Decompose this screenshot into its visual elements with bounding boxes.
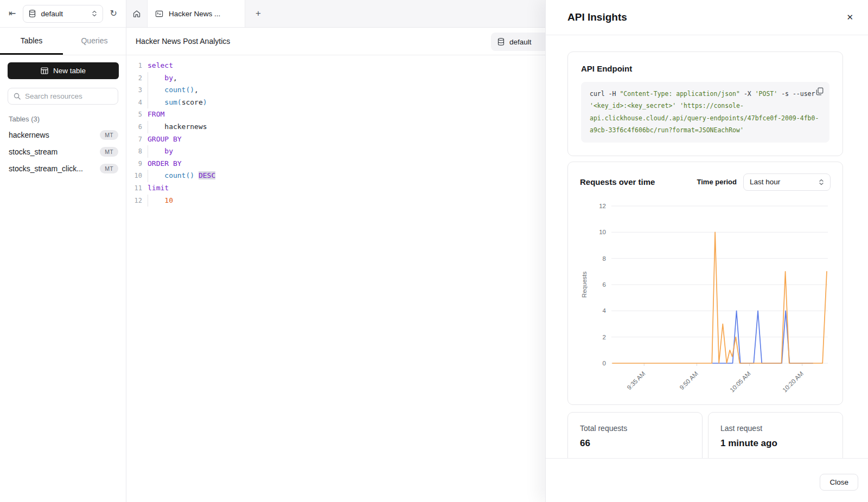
table-row-stocks-stream[interactable]: stocks_stream MT <box>9 143 118 160</box>
chart-title: Requests over time <box>580 177 655 186</box>
search-input[interactable] <box>25 92 121 100</box>
chart-card-header: Requests over time Time period Last hour <box>580 173 831 191</box>
time-period-value: Last hour <box>750 178 814 186</box>
svg-text:10:20 AM: 10:20 AM <box>781 370 805 394</box>
last-request-card: Last request 1 minute ago <box>708 412 843 458</box>
table-grid-icon <box>41 67 48 74</box>
close-panel-button[interactable]: ✕ <box>846 12 853 22</box>
table-name: stocks_stream <box>9 147 58 156</box>
panel-header: API Insights ✕ <box>546 0 868 35</box>
close-icon: ✕ <box>846 12 853 22</box>
svg-text:9:50 AM: 9:50 AM <box>678 370 699 391</box>
new-table-button[interactable]: New table <box>8 62 119 79</box>
table-engine-badge: MT <box>100 147 118 157</box>
stats-row: Total requests 66 Last request 1 minute … <box>567 412 843 458</box>
refresh-button[interactable]: ↻ <box>110 9 117 18</box>
database-selector-value: default <box>41 10 86 18</box>
chevron-updown-icon <box>92 10 97 17</box>
time-period-select[interactable]: Last hour <box>743 173 831 191</box>
time-period-label: Time period <box>697 178 737 186</box>
sidebar-tabs: Tables Queries <box>0 28 126 55</box>
tables-section-label: Tables (3) <box>9 115 117 123</box>
table-row-hackernews[interactable]: hackernews MT <box>9 126 118 143</box>
svg-text:9:35 AM: 9:35 AM <box>626 370 646 391</box>
requests-chart-card: Requests over time Time period Last hour… <box>567 162 843 405</box>
svg-text:Requests: Requests <box>581 271 588 298</box>
home-button[interactable] <box>126 0 147 27</box>
new-table-label: New table <box>53 67 86 75</box>
table-name: stocks_stream_click... <box>9 164 83 173</box>
svg-text:6: 6 <box>603 281 606 288</box>
total-requests-label: Total requests <box>580 424 690 433</box>
copy-button[interactable] <box>816 87 824 95</box>
plus-icon: + <box>256 8 261 19</box>
tab-queries[interactable]: Queries <box>63 28 126 55</box>
requests-over-time-chart: 0246810129:35 AM9:50 AM10:05 AM10:20 AMR… <box>580 194 831 401</box>
copy-icon <box>816 87 824 95</box>
svg-text:10:05 AM: 10:05 AM <box>729 370 752 394</box>
table-row-stocks-stream-click[interactable]: stocks_stream_click... MT <box>9 160 118 177</box>
svg-text:12: 12 <box>599 203 606 209</box>
close-button[interactable]: Close <box>820 474 858 491</box>
curl-command-block: curl -H "Content-Type: application/json"… <box>581 82 829 143</box>
database-selector[interactable]: default <box>23 5 103 23</box>
database-icon <box>497 38 505 46</box>
svg-text:4: 4 <box>603 307 607 314</box>
query-title: Hacker News Post Analytics <box>136 37 230 46</box>
last-request-value: 1 minute ago <box>720 438 831 449</box>
svg-text:2: 2 <box>603 333 606 340</box>
svg-text:10: 10 <box>599 229 606 235</box>
panel-body: API Endpoint curl -H "Content-Type: appl… <box>546 36 868 458</box>
api-endpoint-card: API Endpoint curl -H "Content-Type: appl… <box>567 52 843 156</box>
refresh-icon: ↻ <box>110 9 117 18</box>
editor-database-value: default <box>509 38 532 46</box>
table-engine-badge: MT <box>100 130 118 140</box>
chevron-updown-icon <box>819 179 824 185</box>
table-engine-badge: MT <box>100 164 118 173</box>
collapse-sidebar-button[interactable]: ⇤ <box>9 9 16 18</box>
total-requests-card: Total requests 66 <box>567 412 703 458</box>
search-box <box>8 88 118 105</box>
table-name: hackernews <box>9 131 49 139</box>
tab-tables[interactable]: Tables <box>0 28 63 55</box>
svg-text:8: 8 <box>603 255 606 261</box>
sidebar: ⇤ default ↻ Tables Queries New table Tab… <box>0 0 126 502</box>
home-icon <box>132 9 141 18</box>
api-endpoint-title: API Endpoint <box>581 64 829 73</box>
total-requests-value: 66 <box>580 438 690 449</box>
api-insights-panel: API Insights ✕ API Endpoint curl -H "Con… <box>545 0 868 502</box>
new-tab-button[interactable]: + <box>245 0 271 27</box>
svg-text:0: 0 <box>603 360 606 366</box>
collapse-sidebar-icon: ⇤ <box>9 9 16 18</box>
last-request-label: Last request <box>720 424 831 433</box>
database-icon <box>29 10 36 17</box>
search-icon <box>14 93 21 100</box>
console-icon <box>155 10 163 18</box>
panel-footer: Close <box>546 458 868 502</box>
query-tab-label: Hacker News ... <box>169 10 220 18</box>
sidebar-topbar: ⇤ default ↻ <box>0 0 126 28</box>
panel-title: API Insights <box>567 11 846 23</box>
query-tab[interactable]: Hacker News ... <box>147 0 245 27</box>
